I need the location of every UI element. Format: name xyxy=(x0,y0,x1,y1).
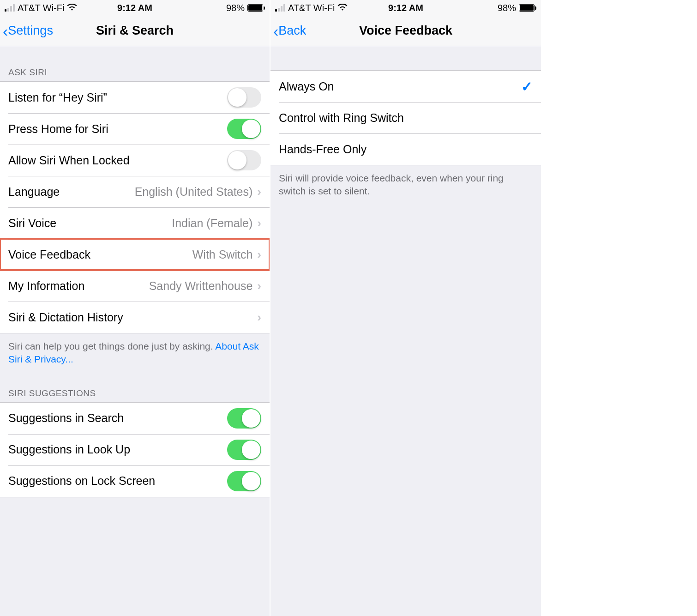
chevron-right-icon: › xyxy=(257,216,261,230)
row-voice-feedback[interactable]: Voice Feedback With Switch › xyxy=(0,239,270,270)
screen-siri-search: AT&T Wi-Fi 9:12 AM 98% ‹ Settings Siri &… xyxy=(0,0,270,616)
chevron-right-icon: › xyxy=(257,248,261,262)
toggle-sugg-lookup[interactable] xyxy=(227,440,261,460)
signal-icon xyxy=(5,4,15,12)
nav-back-button[interactable]: ‹ Back xyxy=(270,23,306,39)
section-header-ask-siri: Ask Siri xyxy=(0,46,270,81)
row-value: With Switch xyxy=(90,248,257,261)
status-bar: AT&T Wi-Fi 9:12 AM 98% xyxy=(0,0,270,16)
page-title: Voice Feedback xyxy=(359,24,452,38)
nav-header: ‹ Settings Siri & Search xyxy=(0,16,270,46)
chevron-left-icon: ‹ xyxy=(273,23,278,39)
option-hands-free[interactable]: Hands-Free Only xyxy=(270,133,541,165)
row-label: My Information xyxy=(8,279,84,293)
row-value: English (United States) xyxy=(60,185,257,199)
footer-text: Siri can help you get things done just b… xyxy=(8,341,215,351)
row-sugg-search[interactable]: Suggestions in Search xyxy=(0,403,270,434)
checkmark-icon: ✓ xyxy=(521,79,533,95)
row-label: Siri Voice xyxy=(8,217,56,230)
option-label: Hands-Free Only xyxy=(279,143,367,156)
option-always-on[interactable]: Always On ✓ xyxy=(270,71,541,102)
wifi-icon xyxy=(67,3,77,13)
screen-voice-feedback: AT&T Wi-Fi 9:12 AM 98% ‹ Back Voice Feed… xyxy=(270,0,541,616)
footer-voice-feedback: Siri will provide voice feedback, even w… xyxy=(270,165,541,208)
option-label: Control with Ring Switch xyxy=(279,111,404,125)
toggle-sugg-search[interactable] xyxy=(227,408,261,429)
option-ring-switch[interactable]: Control with Ring Switch xyxy=(270,102,541,133)
row-sugg-lockscreen[interactable]: Suggestions on Lock Screen xyxy=(0,465,270,497)
section-header-suggestions: Siri Suggestions xyxy=(0,376,270,402)
row-sugg-lookup[interactable]: Suggestions in Look Up xyxy=(0,434,270,465)
row-listen-hey-siri[interactable]: Listen for “Hey Siri” xyxy=(0,82,270,113)
battery-icon xyxy=(519,4,536,12)
row-press-home[interactable]: Press Home for Siri xyxy=(0,113,270,145)
toggle-hey-siri[interactable] xyxy=(227,87,261,108)
row-label: Listen for “Hey Siri” xyxy=(8,91,107,104)
row-label: Language xyxy=(8,185,60,199)
wifi-icon xyxy=(337,3,348,13)
chevron-right-icon: › xyxy=(257,279,261,293)
nav-back-label: Settings xyxy=(8,24,53,38)
group-suggestions: Suggestions in Search Suggestions in Loo… xyxy=(0,402,270,497)
clock-label: 9:12 AM xyxy=(388,3,423,13)
row-my-information[interactable]: My Information Sandy Writtenhouse › xyxy=(0,270,270,302)
row-siri-voice[interactable]: Siri Voice Indian (Female) › xyxy=(0,207,270,239)
page-title: Siri & Search xyxy=(96,24,174,38)
row-label: Siri & Dictation History xyxy=(8,311,123,324)
row-label: Suggestions in Search xyxy=(8,411,124,425)
footer-ask-siri: Siri can help you get things done just b… xyxy=(0,333,270,376)
chevron-left-icon: ‹ xyxy=(3,23,8,39)
carrier-label: AT&T Wi-Fi xyxy=(18,3,64,13)
clock-label: 9:12 AM xyxy=(117,3,152,13)
row-label: Allow Siri When Locked xyxy=(8,154,130,167)
row-value: Sandy Writtenhouse xyxy=(84,279,257,293)
nav-header: ‹ Back Voice Feedback xyxy=(270,16,541,46)
nav-back-label: Back xyxy=(278,24,306,38)
signal-icon xyxy=(275,4,285,12)
row-label: Suggestions on Lock Screen xyxy=(8,474,155,488)
row-label: Suggestions in Look Up xyxy=(8,443,130,456)
row-label: Voice Feedback xyxy=(8,248,90,261)
battery-pct-label: 98% xyxy=(498,3,516,13)
row-allow-locked[interactable]: Allow Siri When Locked xyxy=(0,145,270,176)
chevron-right-icon: › xyxy=(257,310,261,325)
row-value: Indian (Female) xyxy=(56,217,257,230)
row-label: Press Home for Siri xyxy=(8,122,108,136)
battery-icon xyxy=(247,4,265,12)
option-label: Always On xyxy=(279,80,334,93)
row-siri-history[interactable]: Siri & Dictation History › xyxy=(0,302,270,333)
group-ask-siri: Listen for “Hey Siri” Press Home for Sir… xyxy=(0,81,270,333)
toggle-press-home[interactable] xyxy=(227,119,261,139)
status-bar: AT&T Wi-Fi 9:12 AM 98% xyxy=(270,0,541,16)
row-language[interactable]: Language English (United States) › xyxy=(0,176,270,207)
battery-pct-label: 98% xyxy=(226,3,245,13)
toggle-allow-locked[interactable] xyxy=(227,150,261,170)
group-voice-feedback-options: Always On ✓ Control with Ring Switch Han… xyxy=(270,70,541,165)
nav-back-button[interactable]: ‹ Settings xyxy=(0,23,53,39)
chevron-right-icon: › xyxy=(257,185,261,199)
carrier-label: AT&T Wi-Fi xyxy=(288,3,335,13)
toggle-sugg-lockscreen[interactable] xyxy=(227,471,261,491)
